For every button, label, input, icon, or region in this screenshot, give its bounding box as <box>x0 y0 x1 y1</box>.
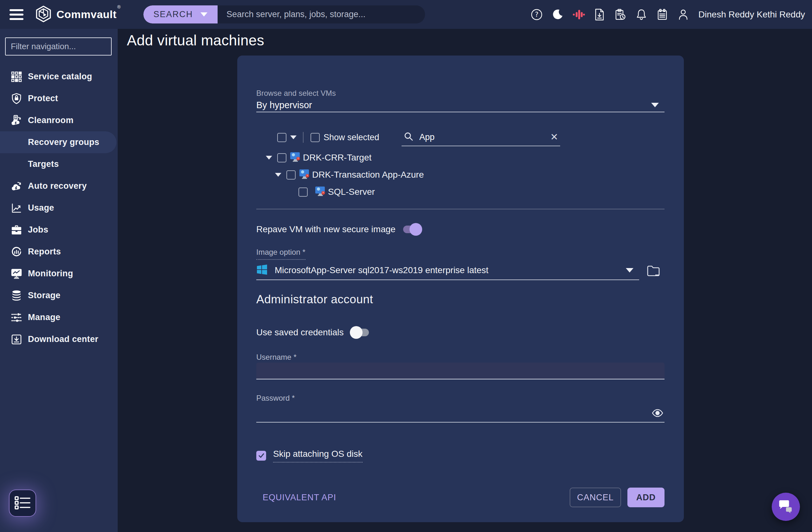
sidebar-item-label: Storage <box>28 291 61 300</box>
sidebar-item-label: Download center <box>28 334 98 344</box>
expand-caret-icon[interactable] <box>266 156 272 160</box>
sidebar-item-label: Usage <box>28 203 54 213</box>
sidebar-item-download-center[interactable]: Download center <box>0 328 118 350</box>
admin-account-heading: Administrator account <box>256 293 373 306</box>
sidebar-item-cleanroom[interactable]: Cleanroom <box>0 110 118 131</box>
quick-actions-list-button[interactable] <box>9 489 36 517</box>
equivalent-api-link[interactable]: EQUIVALENT API <box>263 493 336 503</box>
chevron-down-icon <box>651 103 659 107</box>
shield-lock-icon <box>10 93 23 104</box>
saved-credentials-row: Use saved credentials <box>256 324 370 341</box>
vm-name: SQL-Server <box>328 187 375 197</box>
select-all-caret-icon[interactable] <box>290 135 296 139</box>
username-field[interactable] <box>256 363 665 379</box>
report-download-icon[interactable] <box>592 7 607 22</box>
expand-caret-icon[interactable] <box>275 173 281 177</box>
windows-logo-icon <box>256 264 268 277</box>
commvault-hexagon-icon <box>35 5 52 24</box>
sidebar-item-label: Manage <box>28 313 60 322</box>
logo-registered-mark: ® <box>117 4 120 10</box>
vm-icon <box>299 169 310 181</box>
add-button[interactable]: ADD <box>627 488 665 507</box>
sidebar-item-auto-recovery[interactable]: Auto recovery <box>0 175 118 197</box>
show-selected-checkbox[interactable] <box>310 133 320 142</box>
clear-search-icon[interactable]: ✕ <box>550 132 558 142</box>
sidebar-item-protect[interactable]: Protect <box>0 88 118 110</box>
sidebar-item-label: Targets <box>28 159 59 169</box>
sidebar-item-recovery-groups[interactable]: Recovery groups <box>0 131 116 153</box>
nav-list: Service catalog Protect <box>0 66 118 350</box>
sidebar-item-manage[interactable]: Manage <box>0 306 118 328</box>
sidebar-item-label: Service catalog <box>28 72 92 82</box>
sidebar-item-reports[interactable]: Reports <box>0 241 118 263</box>
sidebar-item-label: Recovery groups <box>28 138 99 147</box>
sidebar-item-jobs[interactable]: Jobs <box>0 219 118 241</box>
user-name[interactable]: Dinesh Reddy Kethi Reddy <box>698 10 805 20</box>
section-divider <box>256 209 665 210</box>
sidebar-item-targets[interactable]: Targets <box>0 153 118 175</box>
show-password-eye-icon[interactable] <box>651 406 665 420</box>
sidebar-item-monitoring[interactable]: Monitoring <box>0 263 118 285</box>
cleanroom-cloud-icon <box>10 115 23 126</box>
image-option-select[interactable]: MicrosoftApp-Server sql2017-ws2019 enter… <box>256 261 639 280</box>
global-search: SEARCH <box>143 5 425 24</box>
chevron-down-icon <box>626 268 634 273</box>
username-label: Username * <box>256 353 296 362</box>
vm-checkbox[interactable] <box>299 187 308 197</box>
commvault-console: Commvault® SEARCH ? <box>0 0 812 532</box>
select-all-checkbox[interactable] <box>277 133 287 142</box>
sidebar-item-label: Cleanroom <box>28 115 74 125</box>
sidebar-item-label: Protect <box>28 94 58 103</box>
tree-row[interactable]: SQL-Server <box>256 183 665 201</box>
job-schedule-icon[interactable] <box>613 7 628 22</box>
dark-mode-moon-icon[interactable] <box>550 7 565 22</box>
sidebar: Service catalog Protect <box>0 29 118 532</box>
assistant-waveform-icon[interactable] <box>571 7 586 22</box>
browse-mode-value: By hypervisor <box>256 100 312 111</box>
browse-mode-select[interactable]: By hypervisor <box>256 98 665 112</box>
grid-icon <box>10 71 23 82</box>
search-scope-button[interactable]: SEARCH <box>143 5 218 24</box>
search-button-label: SEARCH <box>154 10 193 19</box>
skip-os-disk-label[interactable]: Skip attaching OS disk <box>273 449 363 462</box>
global-search-input[interactable] <box>218 5 425 24</box>
saved-credentials-label: Use saved credentials <box>256 327 344 337</box>
vm-checkbox[interactable] <box>287 170 295 179</box>
chat-support-button[interactable] <box>772 493 800 521</box>
sidebar-item-label: Jobs <box>28 225 48 235</box>
vm-tree-search[interactable]: App ✕ <box>402 129 560 146</box>
sidebar-item-usage[interactable]: Usage <box>0 197 118 219</box>
skip-os-disk-checkbox[interactable] <box>256 451 266 461</box>
svg-text:?: ? <box>535 11 538 18</box>
sidebar-item-storage[interactable]: Storage <box>0 285 118 306</box>
saved-credentials-toggle[interactable] <box>350 326 370 339</box>
image-option-value: MicrosoftApp-Server sql2017-ws2019 enter… <box>275 265 489 275</box>
cloud-recovery-icon <box>10 181 23 192</box>
sidebar-item-service-catalog[interactable]: Service catalog <box>0 66 118 88</box>
repave-toggle[interactable] <box>402 223 422 236</box>
help-icon[interactable]: ? <box>529 7 544 22</box>
report-donut-icon <box>10 246 23 258</box>
vm-tree-toolbar: Show selected App ✕ <box>256 128 665 147</box>
vm-icon <box>290 151 301 164</box>
vm-checkbox[interactable] <box>277 153 287 162</box>
browse-image-folder-icon[interactable] <box>646 264 661 279</box>
tree-row[interactable]: DRK-CRR-Target <box>256 149 665 166</box>
vm-tree-search-value[interactable]: App <box>419 132 435 142</box>
user-icon[interactable] <box>676 7 691 22</box>
notifications-bell-icon[interactable] <box>634 7 649 22</box>
commvault-logo: Commvault® <box>35 5 120 24</box>
cancel-button[interactable]: CANCEL <box>570 488 621 507</box>
tree-row[interactable]: DRK-Transaction App-Azure <box>256 166 665 183</box>
filter-navigation-input[interactable] <box>5 38 112 56</box>
chat-bubbles-icon <box>778 499 794 515</box>
browse-select-label: Browse and select VMs <box>256 89 336 98</box>
monitor-chart-icon <box>10 268 23 279</box>
usage-chart-icon <box>10 203 23 214</box>
password-zone <box>256 403 665 422</box>
event-log-icon[interactable] <box>655 7 670 22</box>
sidebar-item-label: Monitoring <box>28 269 73 278</box>
add-vm-form-card: Browse and select VMs By hypervisor Show… <box>237 56 684 522</box>
menu-icon[interactable] <box>10 9 24 20</box>
password-field[interactable] <box>256 403 643 421</box>
